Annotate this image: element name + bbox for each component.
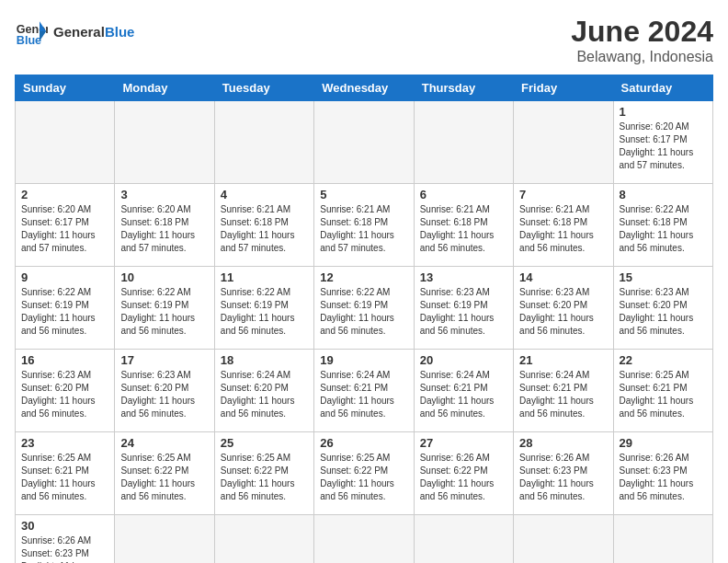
header-saturday: Saturday <box>613 75 712 101</box>
day-23: 23 Sunrise: 6:25 AMSunset: 6:21 PMDaylig… <box>16 432 115 515</box>
empty-cell <box>16 101 115 184</box>
header-thursday: Thursday <box>414 75 513 101</box>
header-monday: Monday <box>115 75 214 101</box>
day-22: 22 Sunrise: 6:25 AMSunset: 6:21 PMDaylig… <box>613 350 712 432</box>
day-1: 1 Sunrise: 6:20 AMSunset: 6:17 PMDayligh… <box>613 101 712 184</box>
logo-text: GeneralBlue <box>53 24 134 40</box>
month-title: June 2024 <box>571 15 713 49</box>
day-20: 20 Sunrise: 6:24 AMSunset: 6:21 PMDaylig… <box>414 350 513 432</box>
calendar-row-4: 16 Sunrise: 6:23 AMSunset: 6:20 PMDaylig… <box>16 350 713 432</box>
empty-cell <box>115 101 214 184</box>
day-26: 26 Sunrise: 6:25 AMSunset: 6:22 PMDaylig… <box>314 432 414 515</box>
location-title: Belawang, Indonesia <box>571 49 713 65</box>
day-27: 27 Sunrise: 6:26 AMSunset: 6:22 PMDaylig… <box>414 432 513 515</box>
day-16: 16 Sunrise: 6:23 AMSunset: 6:20 PMDaylig… <box>16 350 115 432</box>
day-number: 1 <box>620 105 707 119</box>
day-14: 14 Sunrise: 6:23 AMSunset: 6:20 PMDaylig… <box>514 267 613 350</box>
logo-blue: Blue <box>105 24 135 40</box>
header-wednesday: Wednesday <box>314 75 414 101</box>
day-30: 30 Sunrise: 6:26 AMSunset: 6:23 PMDaylig… <box>16 515 115 564</box>
header-tuesday: Tuesday <box>214 75 313 101</box>
calendar-table: Sunday Monday Tuesday Wednesday Thursday… <box>15 75 713 563</box>
empty-cell <box>314 101 414 184</box>
empty-cell <box>514 101 613 184</box>
empty-cell <box>514 515 613 564</box>
day-28: 28 Sunrise: 6:26 AMSunset: 6:23 PMDaylig… <box>514 432 613 515</box>
empty-cell <box>214 101 313 184</box>
day-13: 13 Sunrise: 6:23 AMSunset: 6:19 PMDaylig… <box>414 267 513 350</box>
day-2: 2 Sunrise: 6:20 AMSunset: 6:17 PMDayligh… <box>16 184 115 267</box>
day-6: 6 Sunrise: 6:21 AMSunset: 6:18 PMDayligh… <box>414 184 513 267</box>
day-7: 7 Sunrise: 6:21 AMSunset: 6:18 PMDayligh… <box>514 184 613 267</box>
day-18: 18 Sunrise: 6:24 AMSunset: 6:20 PMDaylig… <box>214 350 313 432</box>
day-12: 12 Sunrise: 6:22 AMSunset: 6:19 PMDaylig… <box>314 267 414 350</box>
page-header: General Blue GeneralBlue June 2024 Belaw… <box>15 15 713 65</box>
day-10: 10 Sunrise: 6:22 AMSunset: 6:19 PMDaylig… <box>115 267 214 350</box>
day-24: 24 Sunrise: 6:25 AMSunset: 6:22 PMDaylig… <box>115 432 214 515</box>
day-3: 3 Sunrise: 6:20 AMSunset: 6:18 PMDayligh… <box>115 184 214 267</box>
day-21: 21 Sunrise: 6:24 AMSunset: 6:21 PMDaylig… <box>514 350 613 432</box>
day-5: 5 Sunrise: 6:21 AMSunset: 6:18 PMDayligh… <box>314 184 414 267</box>
svg-text:Blue: Blue <box>17 34 41 47</box>
empty-cell <box>314 515 414 564</box>
calendar-row-1: 1 Sunrise: 6:20 AMSunset: 6:17 PMDayligh… <box>16 101 713 184</box>
weekday-header-row: Sunday Monday Tuesday Wednesday Thursday… <box>16 75 713 101</box>
logo: General Blue GeneralBlue <box>15 15 134 48</box>
day-4: 4 Sunrise: 6:21 AMSunset: 6:18 PMDayligh… <box>214 184 313 267</box>
day-15: 15 Sunrise: 6:23 AMSunset: 6:20 PMDaylig… <box>613 267 712 350</box>
header-sunday: Sunday <box>16 75 115 101</box>
day-29: 29 Sunrise: 6:26 AMSunset: 6:23 PMDaylig… <box>613 432 712 515</box>
empty-cell <box>115 515 214 564</box>
empty-cell <box>414 101 513 184</box>
day-25: 25 Sunrise: 6:25 AMSunset: 6:22 PMDaylig… <box>214 432 313 515</box>
calendar-row-2: 2 Sunrise: 6:20 AMSunset: 6:17 PMDayligh… <box>16 184 713 267</box>
day-9: 9 Sunrise: 6:22 AMSunset: 6:19 PMDayligh… <box>16 267 115 350</box>
day-17: 17 Sunrise: 6:23 AMSunset: 6:20 PMDaylig… <box>115 350 214 432</box>
title-area: June 2024 Belawang, Indonesia <box>571 15 713 65</box>
day-19: 19 Sunrise: 6:24 AMSunset: 6:21 PMDaylig… <box>314 350 414 432</box>
empty-cell <box>414 515 513 564</box>
calendar-row-6: 30 Sunrise: 6:26 AMSunset: 6:23 PMDaylig… <box>16 515 713 564</box>
day-8: 8 Sunrise: 6:22 AMSunset: 6:18 PMDayligh… <box>613 184 712 267</box>
empty-cell <box>214 515 313 564</box>
header-friday: Friday <box>514 75 613 101</box>
day-info: Sunrise: 6:20 AMSunset: 6:17 PMDaylight:… <box>620 121 707 172</box>
logo-icon: General Blue <box>15 15 48 48</box>
logo-general: General <box>53 24 105 40</box>
calendar-row-5: 23 Sunrise: 6:25 AMSunset: 6:21 PMDaylig… <box>16 432 713 515</box>
day-11: 11 Sunrise: 6:22 AMSunset: 6:19 PMDaylig… <box>214 267 313 350</box>
calendar-row-3: 9 Sunrise: 6:22 AMSunset: 6:19 PMDayligh… <box>16 267 713 350</box>
empty-cell <box>613 515 712 564</box>
